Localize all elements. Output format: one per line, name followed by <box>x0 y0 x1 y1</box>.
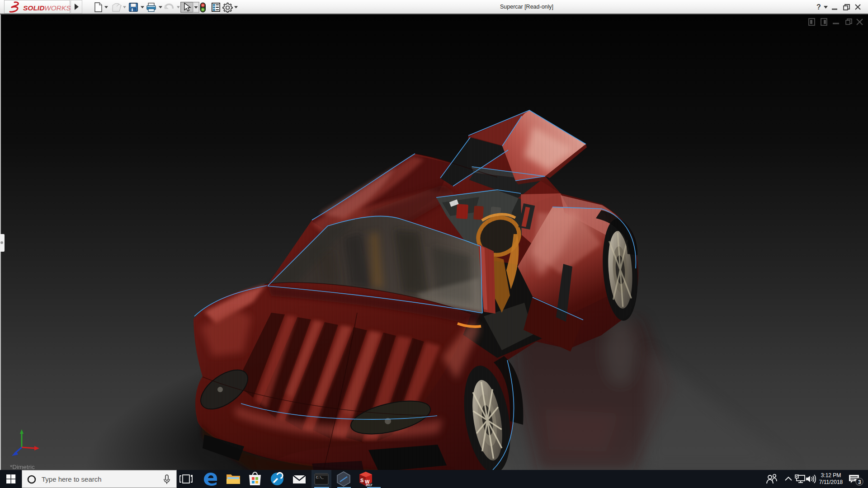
svg-text:C:\_: C:\_ <box>316 476 324 479</box>
svg-text:3: 3 <box>858 479 861 485</box>
svg-text:?: ? <box>816 3 821 11</box>
svg-text:2017: 2017 <box>366 483 373 487</box>
svg-text:S: S <box>360 478 363 483</box>
